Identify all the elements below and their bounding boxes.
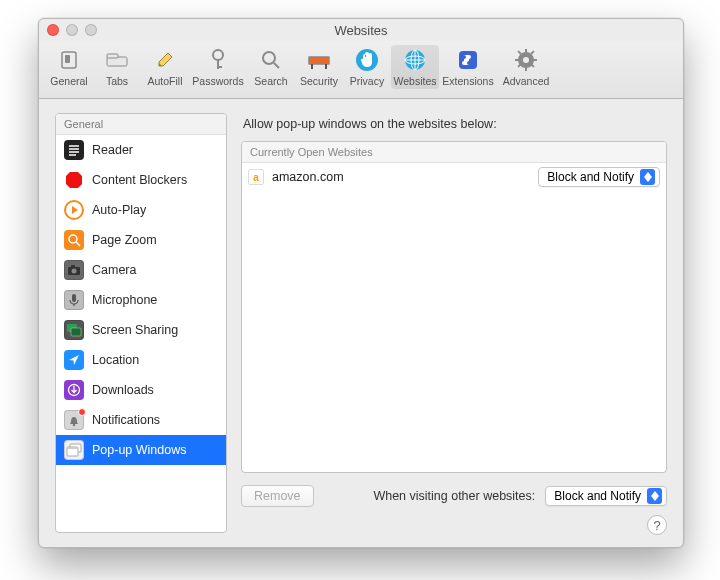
stop-icon [64, 170, 84, 190]
gear-icon [513, 47, 539, 73]
toolbar-label: Search [254, 75, 287, 87]
sidebar-item-label: Auto-Play [92, 203, 146, 217]
select-value: Block and Notify [547, 170, 634, 184]
svg-point-39 [72, 269, 77, 274]
svg-rect-3 [107, 54, 118, 58]
location-icon [64, 350, 84, 370]
toolbar-label: AutoFill [147, 75, 182, 87]
sidebar-item-label: Screen Sharing [92, 323, 178, 337]
chevron-updown-icon [647, 488, 662, 504]
svg-point-4 [213, 50, 223, 60]
toolbar-privacy[interactable]: Privacy [343, 45, 391, 89]
sidebar-item-page-zoom[interactable]: Page Zoom [56, 225, 226, 255]
other-websites-select[interactable]: Block and Notify [545, 486, 667, 506]
zoom-window-button[interactable] [85, 24, 97, 36]
svg-rect-49 [67, 447, 78, 449]
globe-icon [402, 47, 428, 73]
sidebar-item-popup-windows[interactable]: Pop-up Windows [56, 435, 226, 465]
switch-icon [56, 47, 82, 73]
screen-sharing-icon [64, 320, 84, 340]
footer: Remove When visiting other websites: Blo… [241, 473, 667, 507]
window-title: Websites [334, 23, 387, 38]
tabs-icon [104, 47, 130, 73]
svg-rect-44 [71, 328, 81, 336]
remove-button[interactable]: Remove [241, 485, 314, 507]
preferences-window: Websites General Tabs AutoFill [38, 18, 684, 548]
svg-point-7 [263, 52, 275, 64]
websites-list: Currently Open Websites a amazon.com Blo… [241, 141, 667, 473]
content-area: General Reader Content Blockers [39, 99, 683, 547]
sidebar-item-notifications[interactable]: Notifications [56, 405, 226, 435]
toolbar-label: Websites [394, 75, 437, 87]
sidebar-item-label: Pop-up Windows [92, 443, 187, 457]
close-window-button[interactable] [47, 24, 59, 36]
sidebar-item-reader[interactable]: Reader [56, 135, 226, 165]
sidebar-item-location[interactable]: Location [56, 345, 226, 375]
svg-rect-22 [525, 67, 527, 71]
svg-rect-24 [533, 59, 537, 61]
sidebar: General Reader Content Blockers [55, 113, 227, 533]
amazon-favicon: a [248, 169, 264, 185]
svg-line-8 [274, 63, 279, 68]
play-icon [64, 200, 84, 220]
toolbar-advanced[interactable]: Advanced [497, 45, 555, 89]
other-websites-label: When visiting other websites: [373, 489, 535, 503]
sidebar-item-label: Reader [92, 143, 133, 157]
svg-marker-33 [66, 172, 82, 188]
list-header: Currently Open Websites [242, 142, 666, 163]
reader-icon [64, 140, 84, 160]
sidebar-item-content-blockers[interactable]: Content Blockers [56, 165, 226, 195]
website-policy-select[interactable]: Block and Notify [538, 167, 660, 187]
svg-marker-53 [651, 496, 659, 501]
toolbar-search[interactable]: Search [247, 45, 295, 89]
svg-marker-51 [644, 177, 652, 182]
downloads-icon [64, 380, 84, 400]
toolbar-label: Security [300, 75, 338, 87]
hand-icon [354, 47, 380, 73]
svg-rect-6 [217, 66, 222, 68]
notification-badge [78, 408, 86, 416]
select-value: Block and Notify [554, 489, 641, 503]
svg-rect-40 [71, 265, 75, 268]
toolbar-tabs[interactable]: Tabs [93, 45, 141, 89]
sidebar-item-screen-sharing[interactable]: Screen Sharing [56, 315, 226, 345]
website-row[interactable]: a amazon.com Block and Notify [242, 163, 666, 191]
toolbar-websites[interactable]: Websites [391, 45, 439, 89]
svg-point-20 [523, 57, 529, 63]
toolbar-label: Tabs [106, 75, 128, 87]
toolbar: General Tabs AutoFill Passwords [39, 41, 683, 99]
svg-line-37 [76, 242, 80, 246]
pencil-icon [152, 47, 178, 73]
svg-rect-21 [525, 49, 527, 53]
svg-rect-10 [311, 64, 313, 69]
minimize-window-button[interactable] [66, 24, 78, 36]
toolbar-label: Passwords [192, 75, 243, 87]
sidebar-item-label: Camera [92, 263, 136, 277]
toolbar-label: Extensions [442, 75, 493, 87]
toolbar-label: Privacy [350, 75, 384, 87]
help-button[interactable]: ? [647, 515, 667, 535]
website-domain: amazon.com [272, 170, 530, 184]
toolbar-security[interactable]: Security [295, 45, 343, 89]
sidebar-item-label: Location [92, 353, 139, 367]
puzzle-icon [455, 47, 481, 73]
main-title: Allow pop-up windows on the websites bel… [241, 113, 667, 141]
popup-windows-icon [64, 440, 84, 460]
sidebar-item-label: Content Blockers [92, 173, 187, 187]
sidebar-item-microphone[interactable]: Microphone [56, 285, 226, 315]
svg-rect-23 [515, 59, 519, 61]
sidebar-item-auto-play[interactable]: Auto-Play [56, 195, 226, 225]
sidebar-item-downloads[interactable]: Downloads [56, 375, 226, 405]
zoom-icon [64, 230, 84, 250]
sidebar-item-camera[interactable]: Camera [56, 255, 226, 285]
toolbar-extensions[interactable]: Extensions [439, 45, 497, 89]
toolbar-autofill[interactable]: AutoFill [141, 45, 189, 89]
toolbar-label: Advanced [503, 75, 550, 87]
sidebar-item-label: Microphone [92, 293, 157, 307]
toolbar-general[interactable]: General [45, 45, 93, 89]
sidebar-list: Reader Content Blockers Auto-Play [56, 135, 226, 532]
sidebar-item-label: Downloads [92, 383, 154, 397]
svg-point-46 [73, 424, 75, 426]
toolbar-passwords[interactable]: Passwords [189, 45, 247, 89]
sidebar-item-label: Page Zoom [92, 233, 157, 247]
